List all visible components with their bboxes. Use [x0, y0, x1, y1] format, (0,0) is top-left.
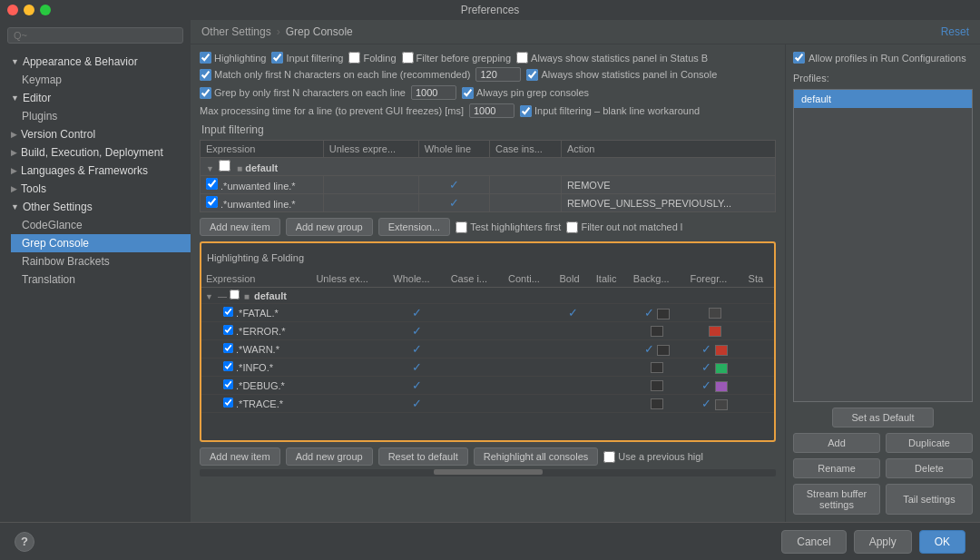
input-filtering-blank-option[interactable]: Input filtering – blank line workaround [520, 105, 700, 117]
highlighting-option[interactable]: Highlighting [200, 52, 266, 64]
always-show-console-checkbox[interactable] [526, 69, 538, 81]
stream-buffer-button[interactable]: Stream buffer settings [793, 484, 880, 515]
always-pin-checkbox[interactable] [462, 87, 474, 99]
rename-button[interactable]: Rename [793, 458, 880, 478]
set-default-button[interactable]: Set as Default [832, 408, 933, 427]
row-enable-checkbox[interactable] [223, 325, 233, 335]
sidebar-item-languages[interactable]: ▶ Languages & Frameworks [0, 162, 191, 180]
sidebar-item-other-settings[interactable]: ▼ Other Settings [0, 198, 191, 216]
folding-checkbox[interactable] [348, 52, 360, 64]
sidebar-item-plugins[interactable]: Plugins [11, 107, 191, 125]
cancel-button[interactable]: Cancel [781, 530, 846, 554]
color-swatch[interactable] [657, 345, 670, 356]
sidebar-item-translation[interactable]: Translation [11, 270, 191, 289]
tail-settings-button[interactable]: Tail settings [886, 484, 973, 515]
always-pin-option[interactable]: Always pin grep consoles [462, 87, 589, 99]
row-enable-checkbox[interactable] [223, 361, 233, 371]
allow-profiles-checkbox[interactable] [793, 52, 805, 64]
row-enable-checkbox[interactable] [223, 398, 233, 408]
color-swatch[interactable] [715, 345, 728, 356]
table-row[interactable]: .*WARN.* ✓ ✓ ✓ [201, 340, 774, 359]
table-row[interactable]: .*unwanted line.* ✓ REMOVE_UNLESS_PREVIO… [201, 194, 776, 212]
minimize-button[interactable] [24, 5, 34, 15]
table-row[interactable]: .*unwanted line.* ✓ REMOVE [201, 176, 776, 194]
grep-first-n-option[interactable]: Grep by only first N characters on each … [200, 87, 406, 99]
always-show-console-option[interactable]: Always show statistics panel in Console [526, 69, 717, 81]
test-highlighters-checkbox[interactable] [456, 221, 467, 233]
rehighlight-all-button[interactable]: Rehighlight all consoles [474, 447, 599, 466]
row-enable-checkbox[interactable] [206, 178, 218, 190]
reset-to-default-button[interactable]: Reset to default [378, 447, 468, 466]
close-button[interactable] [7, 5, 18, 15]
filter-before-option[interactable]: Filter before grepping [402, 52, 512, 64]
row-enable-checkbox[interactable] [206, 196, 218, 208]
add-button[interactable]: Add [793, 433, 880, 453]
use-previous-option[interactable]: Use a previous higl [603, 451, 703, 463]
color-swatch[interactable] [651, 362, 663, 373]
table-row[interactable]: .*DEBUG.* ✓ ✓ [201, 377, 774, 395]
filter-not-matched-checkbox[interactable] [566, 221, 578, 233]
add-new-item-button[interactable]: Add new item [200, 218, 280, 236]
filter-not-matched-option[interactable]: Filter out not matched l [566, 221, 682, 233]
delete-button[interactable]: Delete [886, 458, 973, 478]
match-n-value-input[interactable] [475, 67, 521, 82]
color-swatch[interactable] [709, 308, 721, 319]
add-new-group-button[interactable]: Add new group [286, 218, 373, 236]
color-swatch[interactable] [651, 380, 663, 391]
match-first-n-option[interactable]: Match only first N characters on each li… [200, 69, 470, 81]
input-filtering-option[interactable]: Input filtering [271, 52, 343, 64]
row-enable-checkbox[interactable] [223, 307, 233, 317]
use-previous-checkbox[interactable] [603, 451, 615, 463]
color-swatch[interactable] [651, 398, 663, 409]
table-row[interactable]: .*FATAL.* ✓ ✓ ✓ [201, 304, 774, 322]
match-first-n-checkbox[interactable] [200, 69, 211, 81]
help-button[interactable]: ? [15, 532, 34, 552]
grep-n-value-input[interactable] [411, 85, 456, 100]
row-enable-checkbox[interactable] [223, 379, 233, 389]
ok-button[interactable]: OK [919, 530, 965, 554]
profile-item-default[interactable]: default [794, 90, 972, 108]
color-swatch[interactable] [709, 326, 721, 337]
table-row[interactable]: .*TRACE.* ✓ ✓ [201, 395, 774, 413]
sidebar-search-input[interactable] [7, 27, 183, 44]
extension-button[interactable]: Extension... [378, 218, 450, 236]
group-checkbox[interactable] [230, 290, 240, 300]
sidebar-item-tools[interactable]: ▶ Tools [0, 180, 191, 198]
reset-link[interactable]: Reset [941, 25, 969, 38]
sidebar-item-rainbow-brackets[interactable]: Rainbow Brackets [11, 252, 191, 270]
color-swatch[interactable] [651, 326, 663, 337]
color-swatch[interactable] [715, 363, 728, 374]
add-new-group-highlight-button[interactable]: Add new group [286, 447, 373, 466]
table-row[interactable]: .*ERROR.* ✓ [201, 322, 774, 340]
highlighting-checkbox[interactable] [200, 52, 211, 64]
scrollbar-thumb[interactable] [434, 469, 543, 475]
row-enable-checkbox[interactable] [223, 343, 233, 353]
always-show-status-checkbox[interactable] [516, 52, 528, 64]
apply-button[interactable]: Apply [854, 530, 912, 554]
folding-option[interactable]: Folding [348, 52, 396, 64]
allow-profiles-option[interactable]: Allow profiles in Run Configurations [793, 52, 973, 64]
input-filtering-blank-checkbox[interactable] [520, 105, 532, 117]
grep-first-n-checkbox[interactable] [200, 87, 211, 99]
color-swatch[interactable] [657, 309, 670, 319]
sidebar-item-grep-console[interactable]: Grep Console [11, 234, 191, 252]
max-processing-input[interactable] [469, 103, 514, 118]
sidebar-item-version-control[interactable]: ▶ Version Control [0, 125, 191, 143]
input-filtering-checkbox[interactable] [271, 52, 283, 64]
sidebar-item-appearance[interactable]: ▼ Appearance & Behavior [0, 53, 191, 71]
maximize-button[interactable] [40, 5, 51, 15]
sidebar-item-editor[interactable]: ▼ Editor [0, 89, 191, 107]
test-highlighters-option[interactable]: Test highlighters first [456, 221, 561, 233]
color-swatch[interactable] [715, 399, 728, 410]
table-row[interactable]: .*INFO.* ✓ ✓ [201, 359, 774, 377]
sidebar-item-codeglance[interactable]: CodeGlance [11, 216, 191, 234]
duplicate-button[interactable]: Duplicate [886, 433, 973, 453]
add-new-item-highlight-button[interactable]: Add new item [200, 447, 280, 466]
sidebar-item-keymap[interactable]: Keymap [11, 71, 191, 89]
filter-before-checkbox[interactable] [402, 52, 414, 64]
sidebar-item-build[interactable]: ▶ Build, Execution, Deployment [0, 143, 191, 162]
always-show-status-option[interactable]: Always show statistics panel in Status B [516, 52, 708, 64]
color-swatch[interactable] [715, 381, 728, 392]
window-controls[interactable] [7, 5, 51, 15]
group-checkbox[interactable] [219, 160, 230, 172]
